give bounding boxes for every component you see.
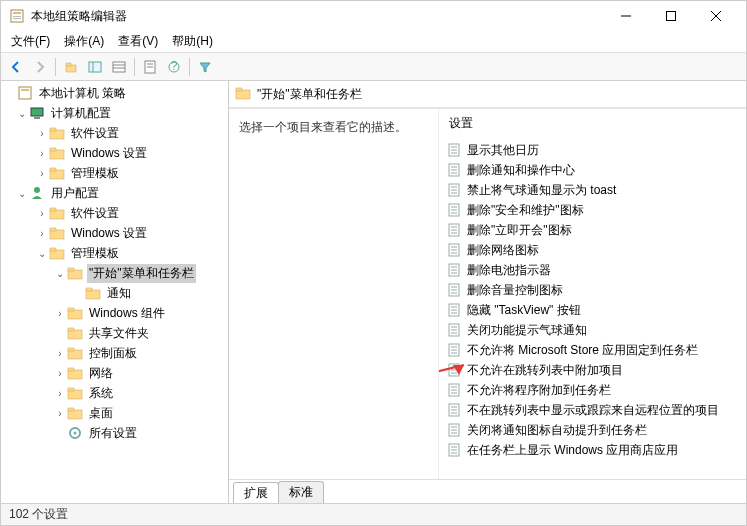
policy-item[interactable]: 删除音量控制图标: [439, 280, 746, 300]
menu-view[interactable]: 查看(V): [112, 31, 164, 52]
policy-item[interactable]: 显示其他日历: [439, 140, 746, 160]
tree-root[interactable]: 本地计算机 策略: [1, 83, 228, 103]
menu-help[interactable]: 帮助(H): [166, 31, 219, 52]
expander-icon[interactable]: ›: [53, 406, 67, 420]
tree-label: 通知: [105, 284, 133, 303]
policy-item[interactable]: 删除电池指示器: [439, 260, 746, 280]
tree-item[interactable]: ⌄管理模板: [1, 243, 228, 263]
policy-label: 隐藏 "TaskView" 按钮: [467, 302, 581, 319]
expander-icon[interactable]: ›: [53, 306, 67, 320]
policy-label: 关闭功能提示气球通知: [467, 322, 587, 339]
expander-icon[interactable]: [71, 286, 85, 300]
policy-item[interactable]: 不在跳转列表中显示或跟踪来自远程位置的项目: [439, 400, 746, 420]
policy-item[interactable]: 不允许在跳转列表中附加项目: [439, 360, 746, 380]
expander-icon[interactable]: ›: [35, 146, 49, 160]
tree-label: "开始"菜单和任务栏: [87, 264, 196, 283]
expander-icon[interactable]: ⌄: [15, 106, 29, 120]
expander-icon[interactable]: ›: [35, 206, 49, 220]
expander-icon[interactable]: [53, 426, 67, 440]
filter-button[interactable]: [194, 56, 216, 78]
tree-user-config[interactable]: ⌄ 用户配置: [1, 183, 228, 203]
policy-list[interactable]: 设置 显示其他日历删除通知和操作中心禁止将气球通知显示为 toast删除"安全和…: [439, 109, 746, 479]
svg-point-30: [34, 187, 40, 193]
menu-action[interactable]: 操作(A): [58, 31, 110, 52]
tree-item-all-settings[interactable]: 所有设置: [1, 423, 228, 443]
expander-icon[interactable]: ›: [35, 226, 49, 240]
svg-rect-45: [68, 350, 82, 359]
policy-icon: [447, 203, 461, 217]
tree-item[interactable]: ›Windows 设置: [1, 223, 228, 243]
tab-standard[interactable]: 标准: [278, 481, 324, 503]
expander-icon[interactable]: ›: [35, 126, 49, 140]
menu-bar: 文件(F) 操作(A) 查看(V) 帮助(H): [1, 31, 746, 53]
tree-item[interactable]: 通知: [1, 283, 228, 303]
location-bar: "开始"菜单和任务栏: [229, 81, 746, 107]
column-header-settings[interactable]: 设置: [439, 109, 746, 140]
policy-item[interactable]: 不允许将 Microsoft Store 应用固定到任务栏: [439, 340, 746, 360]
forward-button[interactable]: [29, 56, 51, 78]
content-body: 选择一个项目来查看它的描述。 设置 显示其他日历删除通知和操作中心禁止将气球通知…: [229, 108, 746, 479]
folder-icon: [49, 225, 65, 241]
expander-icon[interactable]: ›: [35, 166, 49, 180]
expander-icon[interactable]: ⌄: [53, 266, 67, 280]
expander-icon[interactable]: ›: [53, 386, 67, 400]
svg-rect-1: [13, 12, 21, 14]
folder-icon: [49, 125, 65, 141]
policy-item[interactable]: 删除通知和操作中心: [439, 160, 746, 180]
user-icon: [29, 185, 45, 201]
tree-item[interactable]: ›Windows 组件: [1, 303, 228, 323]
tree-computer-config[interactable]: ⌄ 计算机配置: [1, 103, 228, 123]
policy-item[interactable]: 删除"立即开会"图标: [439, 220, 746, 240]
show-tree-button[interactable]: [84, 56, 106, 78]
expander-icon[interactable]: ⌄: [15, 186, 29, 200]
policy-item[interactable]: 不允许将程序附加到任务栏: [439, 380, 746, 400]
svg-rect-31: [50, 210, 64, 219]
policy-label: 不允许在跳转列表中附加项目: [467, 362, 623, 379]
tree-item[interactable]: ›软件设置: [1, 203, 228, 223]
svg-rect-5: [666, 12, 675, 21]
back-button[interactable]: [5, 56, 27, 78]
tree-item[interactable]: ›系统: [1, 383, 228, 403]
svg-rect-41: [68, 310, 82, 319]
toolbar-separator: [189, 58, 190, 76]
policy-item[interactable]: 删除网络图标: [439, 240, 746, 260]
details-button[interactable]: [108, 56, 130, 78]
tree-pane[interactable]: 本地计算机 策略 ⌄ 计算机配置 ›软件设置 ›Windows 设置 ›管理模板…: [1, 81, 229, 503]
expander-icon[interactable]: ⌄: [35, 246, 49, 260]
policy-label: 删除音量控制图标: [467, 282, 563, 299]
minimize-button[interactable]: [603, 2, 648, 30]
policy-item[interactable]: 禁止将气球通知显示为 toast: [439, 180, 746, 200]
tree-item[interactable]: ›网络: [1, 363, 228, 383]
expander-icon[interactable]: ›: [53, 346, 67, 360]
expander-icon[interactable]: [53, 326, 67, 340]
properties-button[interactable]: [139, 56, 161, 78]
tree-item[interactable]: ›桌面: [1, 403, 228, 423]
expander-icon[interactable]: ›: [53, 366, 67, 380]
folder-icon: [67, 345, 83, 361]
svg-rect-10: [89, 62, 101, 72]
policy-icon: [447, 403, 461, 417]
tree-item[interactable]: ›控制面板: [1, 343, 228, 363]
policy-item[interactable]: 删除"安全和维护"图标: [439, 200, 746, 220]
svg-rect-49: [68, 390, 82, 399]
description-text: 选择一个项目来查看它的描述。: [239, 119, 428, 136]
status-text: 102 个设置: [9, 506, 68, 523]
tree-item[interactable]: ›管理模板: [1, 163, 228, 183]
policy-item[interactable]: 关闭功能提示气球通知: [439, 320, 746, 340]
policy-item[interactable]: 关闭将通知图标自动提升到任务栏: [439, 420, 746, 440]
tree-label: 计算机配置: [49, 104, 113, 123]
help-button[interactable]: ?: [163, 56, 185, 78]
menu-file[interactable]: 文件(F): [5, 31, 56, 52]
tree-item[interactable]: ›软件设置: [1, 123, 228, 143]
tree-item[interactable]: 共享文件夹: [1, 323, 228, 343]
policy-item[interactable]: 隐藏 "TaskView" 按钮: [439, 300, 746, 320]
close-button[interactable]: [693, 2, 738, 30]
tree-item[interactable]: ›Windows 设置: [1, 143, 228, 163]
tree-item-start-menu[interactable]: ⌄"开始"菜单和任务栏: [1, 263, 228, 283]
policy-item[interactable]: 在任务栏上显示 Windows 应用商店应用: [439, 440, 746, 460]
tree-label: 桌面: [87, 404, 115, 423]
expander-icon[interactable]: [3, 86, 17, 100]
maximize-button[interactable]: [648, 2, 693, 30]
up-button[interactable]: [60, 56, 82, 78]
tab-extended[interactable]: 扩展: [233, 482, 279, 503]
